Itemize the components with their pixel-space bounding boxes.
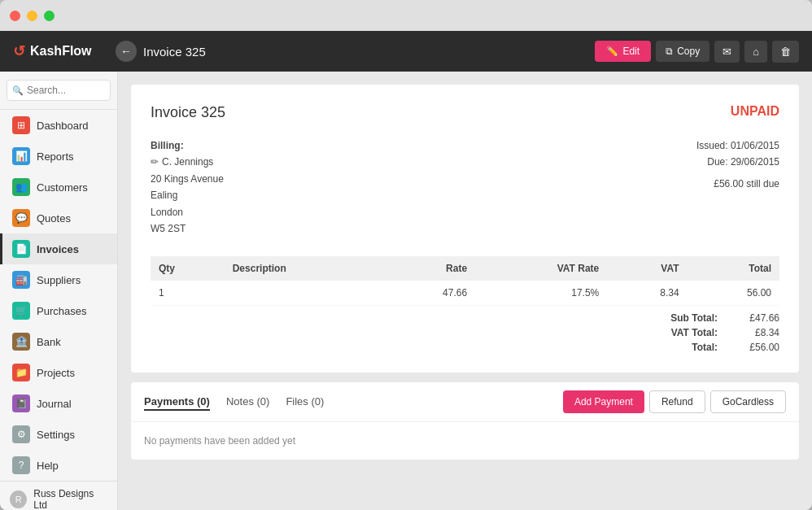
- sidebar-bottom: R Russ Designs Ltd ⇄ Switch Account ₤ Pa…: [0, 481, 117, 510]
- sidebar-item-reports[interactable]: 📊 Reports: [0, 141, 117, 172]
- sidebar-item-label: Invoices: [37, 243, 79, 255]
- sidebar-item-invoices[interactable]: 📄 Invoices: [0, 233, 117, 264]
- reports-icon: 📊: [12, 147, 30, 165]
- dashboard-icon: ⊞: [12, 116, 30, 134]
- sidebar-item-help[interactable]: ? Help: [0, 450, 117, 481]
- billing-postcode: W5 2ST: [151, 220, 224, 237]
- help-icon: ?: [12, 456, 30, 474]
- gocardless-button[interactable]: GoCardless: [710, 390, 786, 413]
- sidebar-item-projects[interactable]: 📁 Projects: [0, 357, 117, 388]
- main-area: 🔍 ⊞ Dashboard 📊 Reports 👥 Customers: [0, 72, 812, 510]
- cell-qty: 1: [151, 281, 225, 306]
- app-window: ↺ KashFlow ← Invoice 325 ✏️ Edit ⧉ Copy …: [0, 0, 812, 510]
- totals-section: Sub Total: £47.66 VAT Total: £8.34 Total…: [151, 312, 779, 353]
- purchases-icon: 🛒: [12, 302, 30, 320]
- minimize-button[interactable]: [27, 11, 37, 21]
- vat-total-label: VAT Total:: [653, 327, 718, 338]
- breadcrumb-area: ← Invoice 325: [116, 41, 582, 62]
- copy-label: Copy: [677, 46, 700, 57]
- sidebar-item-label: Bank: [37, 336, 61, 348]
- sidebar-item-label: Settings: [37, 429, 75, 441]
- customers-icon: 👥: [12, 178, 30, 196]
- billing-label: Billing:: [151, 137, 224, 154]
- table-header-row: Qty Description Rate VAT Rate VAT Total: [151, 256, 779, 281]
- status-badge: UNPAID: [731, 104, 779, 119]
- sidebar-item-dashboard[interactable]: ⊞ Dashboard: [0, 110, 117, 141]
- close-button[interactable]: [10, 11, 20, 21]
- total-value: £56.00: [731, 342, 779, 353]
- logo-text: KashFlow: [30, 44, 92, 59]
- sidebar-item-journal[interactable]: 📓 Journal: [0, 388, 117, 419]
- payments-tabs: Payments (0) Notes (0) Files (0) Add Pay…: [131, 382, 799, 422]
- sidebar-item-bank[interactable]: 🏦 Bank: [0, 326, 117, 357]
- sidebar-item-label: Help: [37, 460, 59, 472]
- billing-section: Billing: ✏ C. Jennings 20 Kings Avenue E…: [151, 137, 224, 237]
- cell-total: 56.00: [688, 281, 779, 306]
- logo-icon: ↺: [13, 42, 25, 60]
- edit-label: Edit: [622, 46, 640, 57]
- page-title: Invoice 325: [143, 45, 206, 59]
- total-label: Total:: [653, 342, 718, 353]
- invoice-table: Qty Description Rate VAT Rate VAT Total …: [151, 256, 779, 306]
- sidebar-item-purchases[interactable]: 🛒 Purchases: [0, 295, 117, 326]
- sidebar: 🔍 ⊞ Dashboard 📊 Reports 👥 Customers: [0, 72, 118, 510]
- sidebar-item-label: Reports: [37, 150, 74, 163]
- still-due: £56.00 still due: [696, 176, 779, 192]
- topnav-actions: ✏️ Edit ⧉ Copy ✉ ⌂ 🗑: [595, 41, 799, 63]
- projects-icon: 📁: [12, 364, 30, 381]
- logo: ↺ KashFlow: [13, 42, 103, 60]
- edit-billing-icon[interactable]: ✏: [151, 154, 159, 170]
- sidebar-item-label: Suppliers: [37, 274, 81, 286]
- col-vat-rate: VAT Rate: [475, 256, 607, 281]
- billing-name: ✏ C. Jennings: [151, 154, 224, 170]
- sidebar-item-quotes[interactable]: 💬 Quotes: [0, 203, 117, 233]
- top-nav: ↺ KashFlow ← Invoice 325 ✏️ Edit ⧉ Copy …: [0, 31, 812, 72]
- add-payment-button[interactable]: Add Payment: [563, 390, 644, 413]
- tab-notes[interactable]: Notes (0): [226, 394, 269, 411]
- home-button[interactable]: ⌂: [744, 41, 767, 63]
- total-row: Total: £56.00: [653, 342, 779, 353]
- invoices-icon: 📄: [12, 240, 30, 258]
- tab-payments[interactable]: Payments (0): [144, 394, 210, 411]
- invoice-details: Billing: ✏ C. Jennings 20 Kings Avenue E…: [151, 137, 779, 237]
- sidebar-item-suppliers[interactable]: 🏭 Suppliers: [0, 264, 117, 295]
- payments-card: Payments (0) Notes (0) Files (0) Add Pay…: [131, 382, 799, 460]
- avatar: R: [10, 490, 27, 508]
- billing-address1: 20 Kings Avenue: [151, 171, 224, 187]
- delete-button[interactable]: 🗑: [772, 41, 799, 63]
- sidebar-item-customers[interactable]: 👥 Customers: [0, 172, 117, 203]
- billing-address3: London: [151, 204, 224, 220]
- cell-description: [225, 281, 383, 306]
- sidebar-item-settings[interactable]: ⚙ Settings: [0, 419, 117, 450]
- back-button[interactable]: ←: [116, 41, 137, 62]
- app-container: ↺ KashFlow ← Invoice 325 ✏️ Edit ⧉ Copy …: [0, 31, 812, 510]
- journal-icon: 📓: [12, 394, 30, 412]
- copy-button[interactable]: ⧉ Copy: [656, 41, 709, 62]
- edit-icon: ✏️: [606, 46, 618, 57]
- maximize-button[interactable]: [44, 11, 55, 21]
- subtotal-row: Sub Total: £47.66: [653, 312, 779, 324]
- sidebar-item-label: Purchases: [37, 305, 86, 317]
- copy-icon: ⧉: [666, 46, 673, 57]
- settings-icon: ⚙: [12, 425, 30, 443]
- col-rate: Rate: [383, 256, 475, 281]
- cell-vat: 8.34: [607, 281, 687, 306]
- bank-icon: 🏦: [12, 333, 30, 351]
- col-qty: Qty: [151, 256, 225, 281]
- cell-rate: 47.66: [383, 281, 475, 306]
- content-area: Invoice 325 UNPAID Billing: ✏ C. Jenning…: [118, 72, 812, 510]
- email-button[interactable]: ✉: [714, 41, 740, 63]
- col-description: Description: [225, 256, 383, 281]
- title-bar: [0, 0, 812, 31]
- sidebar-item-label: Customers: [37, 181, 88, 194]
- user-section[interactable]: R Russ Designs Ltd: [0, 482, 117, 510]
- payments-actions: Add Payment Refund GoCardless: [563, 390, 786, 413]
- due-date: Due: 29/06/2015: [696, 154, 779, 170]
- refund-button[interactable]: Refund: [649, 390, 705, 413]
- sidebar-item-label: Dashboard: [37, 120, 89, 132]
- edit-button[interactable]: ✏️ Edit: [595, 41, 651, 62]
- subtotal-label: Sub Total:: [653, 312, 718, 324]
- dates-section: Issued: 01/06/2015 Due: 29/06/2015 £56.0…: [696, 137, 779, 237]
- issued-date: Issued: 01/06/2015: [696, 137, 779, 154]
- tab-files[interactable]: Files (0): [286, 394, 324, 411]
